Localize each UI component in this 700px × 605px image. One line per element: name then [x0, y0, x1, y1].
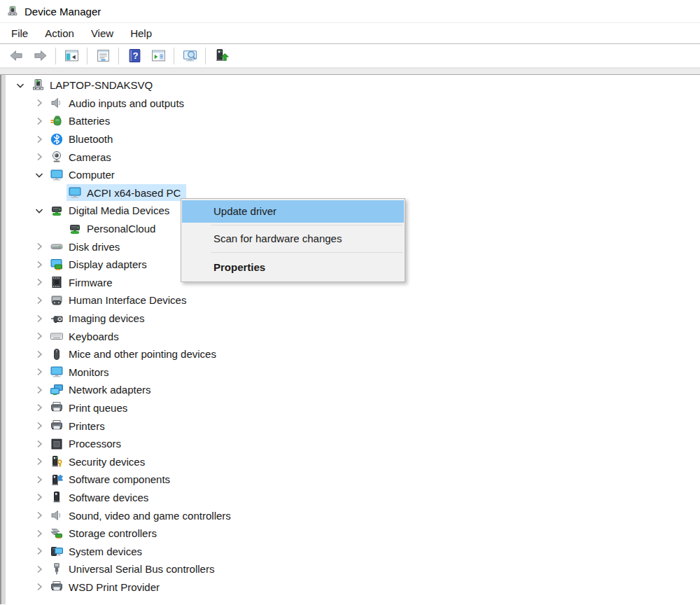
tree-item-computer[interactable]: Computer — [6, 166, 700, 184]
tree-item-label: Security devices — [69, 456, 145, 468]
tree-item-label: Software devices — [69, 492, 148, 503]
tree-item-bluetooth[interactable]: Bluetooth — [6, 130, 700, 148]
menu-view[interactable]: View — [91, 27, 113, 39]
properties-window-icon — [96, 48, 111, 63]
tree-item-label: Storage controllers — [69, 527, 157, 539]
update-driver-button[interactable] — [211, 46, 232, 66]
chevron-right-icon[interactable] — [34, 545, 45, 557]
tree-item-batteries[interactable]: Batteries — [6, 112, 700, 130]
chevron-right-icon[interactable] — [34, 438, 45, 450]
chevron-right-icon[interactable] — [34, 384, 45, 396]
chevron-right-icon[interactable] — [34, 116, 45, 127]
audio-icon — [50, 508, 64, 522]
tree-item-software-components[interactable]: Software components — [6, 471, 700, 489]
tree-item-cameras[interactable]: Cameras — [6, 148, 700, 166]
tree-item-system-devices[interactable]: System devices — [6, 542, 700, 560]
help-button[interactable]: ? — [124, 46, 145, 66]
chevron-right-icon[interactable] — [34, 277, 45, 288]
chevron-right-icon[interactable] — [34, 97, 45, 109]
toolbar-separator — [55, 48, 56, 64]
chevron-down-icon[interactable] — [34, 205, 45, 216]
menu-file[interactable]: File — [11, 27, 28, 39]
console-tree-icon — [64, 48, 79, 63]
device-manager-icon — [6, 6, 18, 18]
chevron-down-icon[interactable] — [15, 80, 26, 91]
menu-action[interactable]: Action — [45, 27, 74, 39]
chevron-down-icon[interactable] — [34, 169, 45, 181]
chevron-right-icon[interactable] — [34, 528, 45, 539]
tree-item-printers[interactable]: Printers — [6, 417, 700, 435]
scan-hardware-icon — [183, 48, 197, 63]
title-bar: Device Manager — [0, 0, 700, 23]
chevron-right-icon[interactable] — [34, 474, 45, 485]
row-content: Printers — [48, 417, 111, 434]
tree-item-monitors[interactable]: Monitors — [6, 363, 700, 382]
chevron-right-icon[interactable] — [34, 492, 45, 503]
tree-item-imaging-devices[interactable]: Imaging devices — [6, 310, 700, 328]
tree-item-laptop-sndaksvq[interactable]: LAPTOP-SNDAKSVQ — [6, 76, 700, 95]
row-content: Print queues — [48, 399, 133, 416]
selected-row-highlight: ACPI x64-based PC — [66, 184, 186, 201]
tree-item-sound-video-and-game-controllers[interactable]: Sound, video and game controllers — [6, 506, 700, 524]
tree-item-label: Digital Media Devices — [69, 204, 169, 216]
system-device-icon — [50, 544, 64, 558]
tree-item-label: Monitors — [69, 366, 109, 378]
usb-icon — [50, 562, 64, 576]
menu-help[interactable]: Help — [130, 27, 152, 39]
chevron-right-icon[interactable] — [34, 259, 45, 270]
tree-item-universal-serial-bus-controllers[interactable]: Universal Serial Bus controllers — [6, 560, 700, 578]
tree-item-processors[interactable]: Processors — [6, 435, 700, 453]
context-menu-item-scan-for-hardware-changes[interactable]: Scan for hardware changes — [182, 228, 404, 250]
show-hide-console-tree-button[interactable] — [61, 46, 82, 66]
chevron-right-icon[interactable] — [34, 564, 45, 575]
chevron-right-icon[interactable] — [34, 313, 45, 324]
security-device-icon — [50, 454, 64, 468]
row-content: Audio inputs and outputs — [48, 95, 190, 111]
tree-item-label: Batteries — [69, 115, 110, 127]
tree-item-wsd-print-provider[interactable]: WSD Print Provider — [6, 578, 700, 597]
row-content: Display adapters — [48, 256, 153, 273]
chevron-right-icon[interactable] — [34, 510, 45, 521]
chevron-placeholder — [52, 187, 63, 198]
chevron-right-icon[interactable] — [34, 134, 45, 145]
tree-item-print-queues[interactable]: Print queues — [6, 399, 700, 417]
tree-item-label: Imaging devices — [69, 312, 144, 324]
tree-item-mice-and-other-pointing-devices[interactable]: Mice and other pointing devices — [6, 345, 700, 363]
tree-item-software-devices[interactable]: Software devices — [6, 489, 700, 507]
back-button[interactable] — [6, 46, 27, 66]
chevron-right-icon[interactable] — [34, 420, 45, 431]
tree-item-keyboards[interactable]: Keyboards — [6, 327, 700, 345]
mouse-icon — [50, 347, 64, 361]
chevron-right-icon[interactable] — [34, 295, 45, 306]
tree-item-security-devices[interactable]: Security devices — [6, 452, 700, 471]
row-content: Keyboards — [48, 328, 125, 345]
tree-item-label: Network adapters — [69, 384, 151, 396]
chevron-right-icon[interactable] — [34, 402, 45, 413]
device-tree: LAPTOP-SNDAKSVQAudio inputs and outputsB… — [6, 75, 700, 604]
tree-item-storage-controllers[interactable]: Storage controllers — [6, 524, 700, 543]
tree-item-audio-inputs-and-outputs[interactable]: Audio inputs and outputs — [6, 95, 700, 113]
context-menu-separator — [211, 252, 402, 253]
properties-button[interactable] — [92, 46, 113, 66]
scan-for-hardware-changes-button[interactable] — [179, 46, 200, 66]
toolbar-separator — [118, 48, 119, 64]
left-rail — [0, 75, 6, 604]
row-content: Software devices — [48, 489, 154, 506]
chevron-right-icon[interactable] — [34, 151, 45, 162]
chevron-right-icon[interactable] — [34, 349, 45, 360]
action-pane-button[interactable] — [148, 46, 169, 66]
hid-icon — [50, 293, 64, 307]
chevron-right-icon[interactable] — [34, 366, 45, 377]
tree-item-network-adapters[interactable]: Network adapters — [6, 381, 700, 399]
context-menu-item-properties[interactable]: Properties — [182, 255, 404, 280]
media-server-icon — [50, 204, 64, 218]
chevron-right-icon[interactable] — [34, 241, 45, 252]
tree-item-human-interface-devices[interactable]: Human Interface Devices — [6, 291, 700, 310]
chevron-right-icon[interactable] — [34, 331, 45, 342]
forward-button[interactable] — [29, 46, 50, 66]
chevron-right-icon[interactable] — [34, 581, 45, 592]
context-menu-item-update-driver[interactable]: Update driver — [182, 200, 404, 223]
chevron-right-icon[interactable] — [34, 456, 45, 467]
window-title: Device Manager — [24, 6, 101, 18]
tree-item-label: Disk drives — [69, 241, 120, 253]
